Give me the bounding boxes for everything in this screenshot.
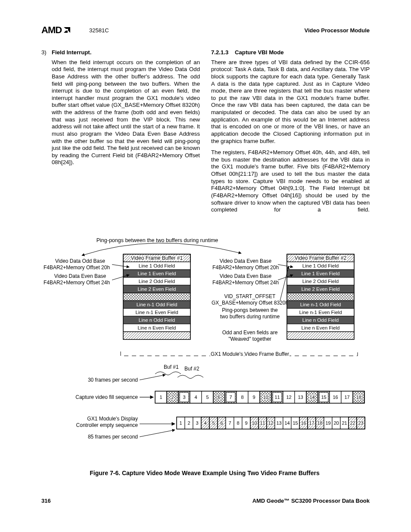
svg-rect-57 [287,332,354,339]
list-number: 3) [41,49,52,56]
svg-text:VID_START_OFFSET: VID_START_OFFSET [224,293,276,299]
svg-text:F4BAR2+Memory Offset 24h: F4BAR2+Memory Offset 24h [44,280,110,286]
svg-text:18: 18 [317,420,322,426]
svg-text:Video Data Odd Base: Video Data Odd Base [55,258,105,264]
svg-text:14: 14 [284,420,290,426]
svg-text:85 frames per second: 85 frames per second [88,434,138,440]
figure-7-6: Ping-pongs between the two buffers durin… [39,236,371,477]
svg-text:Line 2 Odd Field: Line 2 Odd Field [139,279,175,284]
svg-text:17: 17 [344,395,349,400]
svg-text:Line n-1 Even Field: Line n-1 Even Field [135,310,178,315]
svg-text:13: 13 [276,420,281,426]
svg-text:23: 23 [358,420,363,426]
page-footer: 316 AMD Geode™ SC3200 Processor Data Boo… [41,498,370,504]
svg-text:GX1 Module's Video Frame Buffe: GX1 Module's Video Frame Buffer [211,351,289,357]
svg-text:Video Data Even Base: Video Data Even Base [220,258,272,264]
figure-caption: Figure 7-6. Capture Video Mode Weave Exa… [39,470,371,476]
svg-text:Line n-1 Even Field: Line n-1 Even Field [299,310,342,315]
left-column: 3) Field Interrupt. When the field inter… [41,49,200,218]
svg-text:Line 2 Odd Field: Line 2 Odd Field [302,279,339,284]
right-column: 7.2.1.3 Capture VBI Mode There are three… [211,49,370,218]
svg-text:1: 1 [159,395,162,400]
svg-text:two buffers during runtime: two buffers during runtime [220,314,280,320]
svg-text:Line 1 Even Field: Line 1 Even Field [302,271,340,276]
svg-text:Line 2 Even Field: Line 2 Even Field [138,286,176,292]
svg-text:Video Frame Buffer #1: Video Frame Buffer #1 [131,255,183,261]
svg-text:F4BAR2+Memory Offset 24h: F4BAR2+Memory Offset 24h [212,280,279,286]
svg-text:22: 22 [350,420,355,426]
svg-rect-35 [123,332,190,339]
svg-text:16: 16 [333,395,338,400]
svg-text:21: 21 [342,420,347,426]
svg-text:3: 3 [196,420,198,426]
doc-number: 32581C [89,27,109,34]
svg-text:11: 11 [260,420,265,426]
svg-rect-26 [123,293,190,301]
svg-line-183 [140,430,175,437]
svg-text:Line n Even Field: Line n Even Field [138,325,176,330]
svg-text:Line n Odd Field: Line n Odd Field [139,317,175,323]
item-title: Field Interrupt. [52,49,91,56]
svg-text:17: 17 [309,420,314,426]
svg-text:4: 4 [204,420,206,426]
section-title: Video Processor Module [305,27,370,34]
svg-text:Line 1 Odd Field: Line 1 Odd Field [139,263,175,268]
svg-text:3: 3 [183,395,185,400]
svg-text:15: 15 [293,420,298,426]
svg-text:GX1 Module's Display: GX1 Module's Display [87,416,138,422]
page-header: AMD 32581C Video Processor Module [41,24,370,36]
svg-text:14: 14 [309,395,314,400]
svg-text:2: 2 [187,420,190,426]
svg-text:8: 8 [241,395,243,400]
svg-text:6: 6 [218,395,220,400]
page-number: 316 [41,498,51,504]
svg-text:30 frames per second: 30 frames per second [88,377,138,383]
svg-rect-48 [287,293,354,301]
amd-logo: AMD [41,25,72,36]
heading-text: Capture VBI Mode [235,49,284,56]
svg-text:5: 5 [206,395,209,400]
svg-text:18: 18 [356,395,361,400]
svg-text:Buf #1: Buf #1 [164,364,179,370]
svg-text:19: 19 [325,420,330,426]
svg-text:5: 5 [212,420,215,426]
svg-text:Video Frame Buffer #2: Video Frame Buffer #2 [295,255,347,261]
svg-text:Line 1 Odd Field: Line 1 Odd Field [302,263,339,268]
book-title: AMD Geode™ SC3200 Processor Data Book [252,498,370,504]
svg-text:12: 12 [268,420,273,426]
svg-text:Odd and Even fields are: Odd and Even fields are [222,330,278,336]
svg-text:Buf #2: Buf #2 [184,366,199,372]
svg-text:Controller empty sequence: Controller empty sequence [76,422,138,428]
svg-text:9: 9 [245,420,247,426]
svg-text:20: 20 [333,420,339,426]
svg-text:"Weaved" together: "Weaved" together [228,336,271,342]
svg-text:12: 12 [286,395,291,400]
svg-text:10: 10 [252,420,257,426]
svg-text:GX_BASE+Memory Offset 8320h: GX_BASE+Memory Offset 8320h [212,300,288,306]
svg-line-68 [140,375,165,380]
svg-text:11: 11 [274,395,280,400]
svg-text:16: 16 [301,420,306,426]
item-body: When the field interrupt occurs on the c… [52,59,200,166]
svg-text:15: 15 [321,395,326,400]
svg-text:Video Data Even Base: Video Data Even Base [54,273,106,279]
svg-text:Video Data Even Base: Video Data Even Base [220,273,272,279]
svg-text:8: 8 [237,420,239,426]
svg-text:Line n-1 Odd Field: Line n-1 Odd Field [137,302,177,307]
heading-number: 7.2.1.3 [211,49,228,56]
svg-text:4: 4 [194,395,197,400]
svg-text:Line n Even Field: Line n Even Field [302,325,340,330]
svg-text:10: 10 [263,395,268,400]
svg-text:1: 1 [179,420,182,426]
svg-text:Capture video fill sequence: Capture video fill sequence [75,394,138,400]
svg-text:F4BAR2+Memory Offset 20h: F4BAR2+Memory Offset 20h [44,264,110,271]
svg-text:Line 2 Even Field: Line 2 Even Field [302,286,340,292]
svg-text:7: 7 [228,420,231,426]
svg-text:7: 7 [229,395,232,400]
svg-text:Line n-1 Odd Field: Line n-1 Odd Field [300,302,341,307]
paragraph: There are three types of VBI data define… [211,59,370,145]
svg-text:Ping-pongs between the two buf: Ping-pongs between the two buffers durin… [97,237,218,243]
svg-text:2: 2 [171,395,174,400]
svg-text:Line n Odd Field: Line n Odd Field [302,317,339,323]
svg-text:13: 13 [298,395,303,400]
